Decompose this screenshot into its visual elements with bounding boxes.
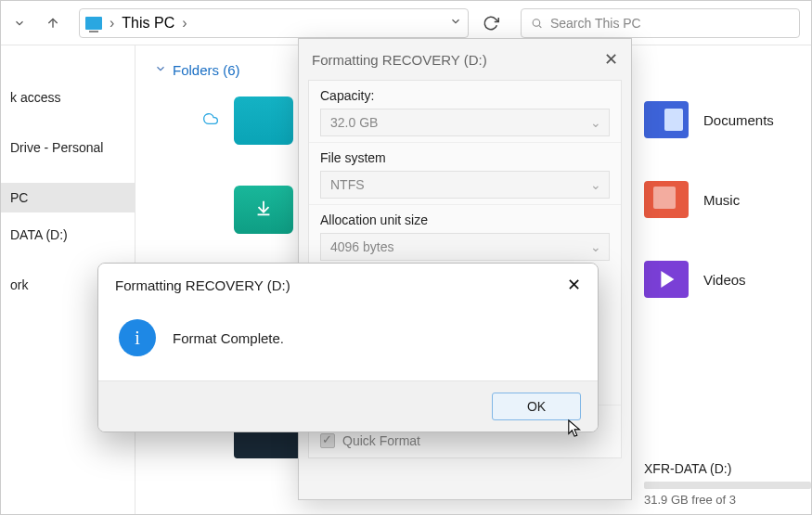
message-box-titlebar[interactable]: Formatting RECOVERY (D:) ✕: [98, 264, 598, 306]
filesystem-select[interactable]: NTFS ⌄: [320, 171, 610, 199]
library-label: Documents: [703, 112, 774, 128]
address-location: This PC: [122, 15, 174, 32]
quick-format-label: Quick Format: [342, 433, 420, 448]
sidebar-item[interactable]: PC: [1, 183, 135, 212]
sidebar-item[interactable]: Drive - Personal: [1, 133, 135, 162]
mouse-cursor-icon: [567, 418, 584, 439]
allocation-value: 4096 bytes: [330, 239, 394, 254]
chevron-down-icon: ⌄: [590, 239, 601, 254]
music-icon: [644, 181, 689, 218]
checkbox-icon: [320, 433, 335, 448]
nav-back-dropdown-icon[interactable]: [6, 10, 32, 36]
ok-button[interactable]: OK: [492, 393, 581, 420]
sidebar-item[interactable]: k access: [1, 83, 135, 112]
allocation-select[interactable]: 4096 bytes ⌄: [320, 233, 610, 261]
library-item-music[interactable]: Music: [644, 181, 811, 218]
info-icon: i: [119, 319, 156, 356]
library-item-videos[interactable]: Videos: [644, 261, 811, 298]
close-button[interactable]: ✕: [604, 49, 618, 70]
filesystem-value: NTFS: [330, 177, 365, 192]
search-icon: [531, 17, 543, 30]
chevron-right-icon: ›: [110, 15, 114, 32]
sidebar-item[interactable]: DATA (D:): [1, 220, 135, 250]
message-box-title: Formatting RECOVERY (D:): [115, 277, 290, 293]
documents-icon: [644, 101, 689, 138]
nav-up-button[interactable]: [40, 10, 66, 36]
capacity-label: Capacity:: [320, 88, 610, 103]
drive-free-text: 31.9 GB free of 3: [644, 493, 811, 507]
chevron-down-icon: [154, 62, 167, 78]
drive-usage-bar: [644, 482, 811, 489]
library-column: Documents Music Videos: [644, 45, 811, 298]
folder-icon: [234, 97, 293, 145]
library-label: Music: [703, 192, 740, 208]
filesystem-label: File system: [320, 150, 610, 165]
svg-point-1: [533, 19, 540, 26]
address-bar[interactable]: › This PC ›: [79, 8, 469, 38]
message-box: Formatting RECOVERY (D:) ✕ i Format Comp…: [97, 263, 599, 432]
drive-card[interactable]: XFR-DATA (D:) 31.9 GB free of 3: [644, 461, 811, 507]
folders-header-label: Folders (6): [173, 62, 240, 78]
library-item-documents[interactable]: Documents: [644, 101, 811, 138]
pc-icon: [85, 17, 102, 30]
capacity-select[interactable]: 32.0 GB ⌄: [320, 109, 610, 136]
refresh-button[interactable]: [476, 8, 506, 38]
close-button[interactable]: ✕: [567, 275, 581, 295]
format-dialog-title: Formatting RECOVERY (D:): [312, 52, 487, 68]
drive-name: XFR-DATA (D:): [644, 461, 811, 476]
chevron-down-icon: ⌄: [590, 115, 601, 130]
library-label: Videos: [703, 272, 746, 288]
format-dialog-titlebar[interactable]: Formatting RECOVERY (D:) ✕: [299, 39, 631, 80]
search-box[interactable]: [521, 8, 800, 38]
message-text: Format Complete.: [173, 330, 284, 346]
svg-line-2: [539, 25, 541, 27]
address-dropdown-icon[interactable]: [449, 15, 462, 32]
allocation-label: Allocation unit size: [320, 212, 610, 227]
chevron-down-icon: ⌄: [590, 177, 601, 192]
search-input[interactable]: [550, 16, 790, 31]
capacity-value: 32.0 GB: [330, 115, 378, 130]
videos-icon: [644, 261, 689, 298]
downloads-folder-icon: [234, 186, 293, 234]
chevron-right-icon: ›: [182, 15, 187, 32]
cloud-icon: [200, 111, 221, 131]
